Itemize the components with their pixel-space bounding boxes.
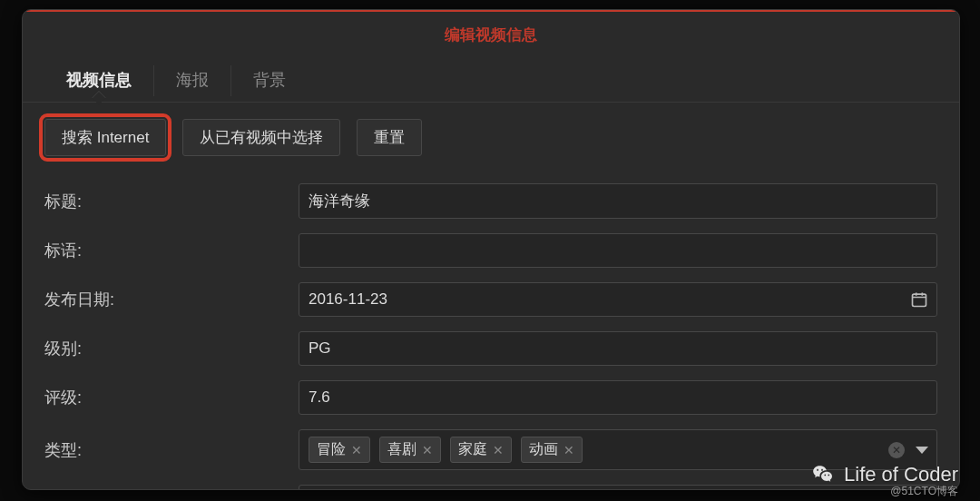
certification-field[interactable]: PG [299,331,937,366]
genre-tag[interactable]: 动画✕ [521,437,583,463]
remove-tag-icon[interactable]: ✕ [351,443,362,457]
wechat-icon [811,463,835,486]
label-rating: 评级: [44,387,299,408]
tab-video-info[interactable]: 视频信息 [44,60,153,102]
dialog-title: 编辑视频信息 [23,12,959,60]
tag-label: 家庭 [458,440,487,459]
label-tagline: 标语: [44,240,299,261]
row-certification: 级别: PG [44,324,937,373]
row-title: 标题: 海洋奇缘 [44,176,937,226]
clear-all-icon[interactable]: ✕ [888,442,905,458]
tabs: 视频信息 海报 背景 [23,60,959,103]
row-tagline: 标语: [44,226,937,275]
label-certification: 级别: [44,338,299,359]
reset-button[interactable]: 重置 [357,119,422,156]
toolbar: 搜索 Internet 从已有视频中选择 重置 [23,103,959,176]
tab-background[interactable]: 背景 [231,60,308,102]
row-rating: 评级: 7.6 [44,373,937,422]
tab-poster[interactable]: 海报 [154,60,230,102]
tag-label: 动画 [529,440,558,459]
calendar-icon[interactable] [910,290,928,309]
watermark-sub: @51CTO博客 [890,484,958,499]
tagline-field[interactable] [299,233,937,268]
search-internet-button[interactable]: 搜索 Internet [44,119,166,156]
remove-tag-icon[interactable]: ✕ [493,443,504,457]
row-cast: 演员: Auli'i Cravalho✕ Dwavne Johnson✕ [44,477,937,490]
remove-tag-icon[interactable]: ✕ [564,443,574,457]
genre-tag[interactable]: 冒险✕ [309,437,370,463]
label-genre: 类型: [44,439,299,461]
dropdown-icon[interactable] [916,447,928,454]
tag-label: 喜剧 [387,440,416,459]
svg-rect-0 [913,294,926,306]
genre-tag[interactable]: 家庭✕ [450,437,512,463]
label-title: 标题: [44,191,299,212]
edit-video-dialog: 编辑视频信息 视频信息 海报 背景 搜索 Internet 从已有视频中选择 重… [22,9,960,490]
row-genre: 类型: 冒险✕ 喜剧✕ 家庭✕ 动画✕ ✕ [44,422,937,477]
genre-tag[interactable]: 喜剧✕ [379,437,441,463]
select-existing-button[interactable]: 从已有视频中选择 [182,119,340,156]
rating-field[interactable]: 7.6 [299,380,937,415]
tag-label: 冒险 [317,440,346,459]
remove-tag-icon[interactable]: ✕ [422,443,433,457]
label-release-date: 发布日期: [44,289,299,310]
row-release-date: 发布日期: 2016-11-23 [44,275,937,324]
form: 标题: 海洋奇缘 标语: 发布日期: 2016-11-23 级别: PG [23,176,959,490]
release-date-field[interactable]: 2016-11-23 [299,282,937,317]
title-field[interactable]: 海洋奇缘 [299,183,937,219]
